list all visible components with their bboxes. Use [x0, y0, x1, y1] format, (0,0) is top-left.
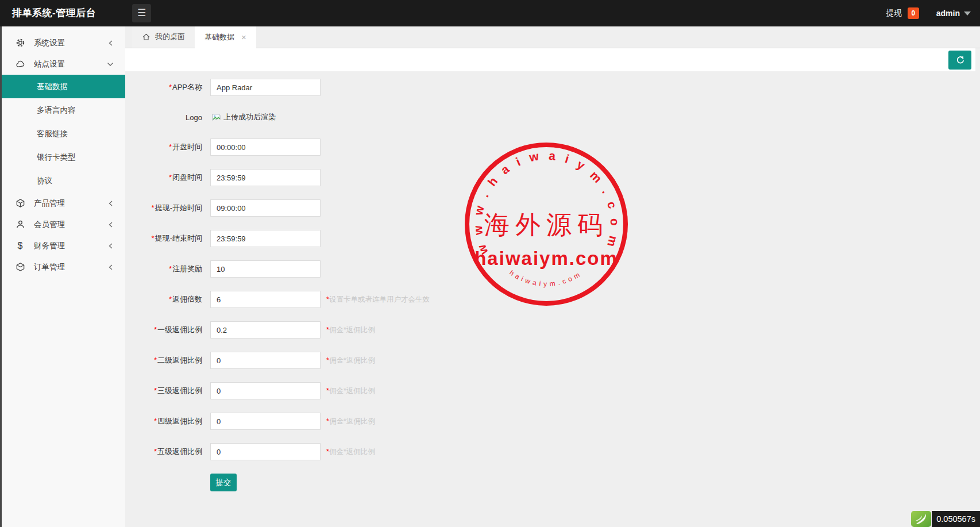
field-label: 四级返佣比例	[157, 417, 202, 425]
form-row-level3-rebate: *三级返佣比例 *佣金*返佣比例	[125, 382, 980, 399]
field-hint: *佣金*返佣比例	[326, 356, 375, 366]
app-name-input[interactable]	[210, 79, 321, 96]
level3-rebate-input[interactable]	[210, 382, 321, 399]
dollar-icon: $	[15, 241, 25, 251]
register-reward-input[interactable]	[210, 260, 321, 278]
home-icon	[142, 33, 151, 41]
sidebar-subitem-agreement[interactable]: 协议	[2, 169, 125, 193]
form-row-open-time: *开盘时间	[125, 139, 980, 156]
topbar-right: 提现 0 admin	[886, 0, 971, 26]
refresh-icon	[955, 55, 965, 65]
form-row-register-reward: *注册奖励	[125, 260, 980, 278]
form-row-rebate-multiple: *返佣倍数 *设置卡单或者连单用户才会生效	[125, 291, 980, 308]
top-bar: 排单系统-管理后台 ☰ 提现 0 admin	[0, 0, 980, 26]
sidebar-item-product-management[interactable]: 产品管理	[2, 193, 125, 214]
chevron-down-icon	[107, 61, 114, 67]
user-menu[interactable]: admin	[936, 9, 960, 18]
cloud-icon	[15, 59, 25, 70]
withdraw-start-time-input[interactable]	[210, 199, 321, 217]
user-icon	[15, 220, 25, 230]
chevron-down-icon	[964, 11, 971, 16]
app-title: 排单系统-管理后台	[12, 0, 96, 26]
withdraw-link[interactable]: 提现	[886, 8, 902, 18]
field-label: 提现-开始时间	[155, 203, 202, 212]
chevron-left-icon	[108, 40, 114, 46]
sidebar-item-label: 财务管理	[34, 241, 65, 251]
form-row-withdraw-end-time: *提现-结束时间	[125, 230, 980, 247]
submit-button[interactable]: 提交	[210, 474, 237, 491]
hamburger-menu-button[interactable]: ☰	[132, 4, 151, 22]
level1-rebate-input[interactable]	[210, 321, 321, 338]
tab-basic-data[interactable]: 基础数据 ×	[195, 26, 256, 48]
form-row-level2-rebate: *二级返佣比例 *佣金*返佣比例	[125, 352, 980, 369]
debug-bar: 0.050567s	[910, 511, 980, 527]
page-load-time: 0.050567s	[932, 511, 980, 527]
form-row-logo: Logo 上传成功后渲染	[125, 109, 980, 125]
form-row-app-name: *APP名称	[125, 79, 980, 96]
tab-bar: 我的桌面 基础数据 ×	[125, 26, 980, 48]
chevron-left-icon	[108, 264, 114, 270]
field-label: 闭盘时间	[172, 173, 202, 182]
sidebar-item-system-settings[interactable]: 系统设置	[2, 32, 125, 53]
toolbar	[125, 48, 975, 71]
form-row-level5-rebate: *五级返佣比例 *佣金*返佣比例	[125, 443, 980, 460]
field-label: 返佣倍数	[172, 295, 202, 303]
field-label: 开盘时间	[172, 143, 202, 151]
thinkphp-debug-icon	[910, 511, 932, 527]
level4-rebate-input[interactable]	[210, 413, 321, 430]
field-label: 二级返佣比例	[157, 356, 202, 364]
close-time-input[interactable]	[210, 169, 321, 186]
tab-my-desktop[interactable]: 我的桌面	[132, 26, 195, 48]
cube-icon	[15, 198, 25, 209]
sidebar-item-order-management[interactable]: 订单管理	[2, 256, 125, 278]
hamburger-icon: ☰	[137, 7, 146, 18]
refresh-button[interactable]	[948, 51, 971, 70]
form-row-close-time: *闭盘时间	[125, 169, 980, 186]
level2-rebate-input[interactable]	[210, 352, 321, 369]
sidebar-subitem-customer-service-link[interactable]: 客服链接	[2, 122, 125, 145]
withdraw-count-badge[interactable]: 0	[908, 7, 919, 19]
open-time-input[interactable]	[210, 139, 321, 156]
field-label: 一级返佣比例	[157, 325, 202, 334]
sidebar: 系统设置 站点设置 基础数据 多语言内容 客服链接 银行卡类型 协议	[0, 26, 125, 527]
sidebar-subitem-label: 基础数据	[37, 82, 68, 92]
field-label: 提现-结束时间	[155, 234, 202, 243]
sidebar-item-member-management[interactable]: 会员管理	[2, 214, 125, 235]
field-label: APP名称	[172, 83, 202, 91]
form-row-level1-rebate: *一级返佣比例 *佣金*返佣比例	[125, 321, 980, 338]
logo-preview: 上传成功后渲染	[211, 112, 276, 123]
field-label: 五级返佣比例	[157, 447, 202, 456]
logo-alt-text: 上传成功后渲染	[223, 112, 276, 122]
field-hint: *设置卡单或者连单用户才会生效	[326, 295, 430, 305]
sidebar-item-label: 系统设置	[34, 38, 65, 48]
sidebar-subitem-label: 银行卡类型	[37, 152, 76, 163]
field-label: Logo	[186, 113, 202, 122]
chevron-left-icon	[108, 243, 114, 249]
rebate-multiple-input[interactable]	[210, 291, 321, 308]
sidebar-subitem-label: 客服链接	[37, 129, 68, 139]
sidebar-item-finance-management[interactable]: $ 财务管理	[2, 235, 125, 256]
broken-image-icon	[211, 112, 223, 123]
level5-rebate-input[interactable]	[210, 443, 321, 460]
field-hint: *佣金*返佣比例	[326, 417, 375, 426]
sidebar-subitem-label: 多语言内容	[37, 105, 76, 116]
field-label: 三级返佣比例	[157, 386, 202, 395]
sidebar-item-site-settings[interactable]: 站点设置	[2, 53, 125, 75]
form-row-withdraw-start-time: *提现-开始时间	[125, 199, 980, 217]
withdraw-end-time-input[interactable]	[210, 230, 321, 247]
box-icon	[15, 262, 25, 272]
field-hint: *佣金*返佣比例	[326, 386, 375, 396]
sidebar-subitem-basic-data[interactable]: 基础数据	[2, 75, 125, 98]
sidebar-item-label: 订单管理	[34, 262, 65, 272]
close-icon[interactable]: ×	[241, 33, 246, 41]
gear-icon	[15, 38, 25, 48]
basic-data-form: *APP名称 Logo 上传成功后渲染 *开盘时间 *闭盘时间	[125, 71, 980, 527]
field-hint: *佣金*返佣比例	[326, 447, 375, 457]
sidebar-subitem-bank-card-type[interactable]: 银行卡类型	[2, 145, 125, 169]
field-hint: *佣金*返佣比例	[326, 325, 375, 335]
sidebar-subitem-label: 协议	[37, 176, 52, 186]
submit-row: 提交	[210, 474, 980, 491]
sidebar-item-label: 会员管理	[34, 220, 65, 230]
sidebar-subitem-multilanguage[interactable]: 多语言内容	[2, 98, 125, 122]
chevron-left-icon	[108, 200, 114, 206]
